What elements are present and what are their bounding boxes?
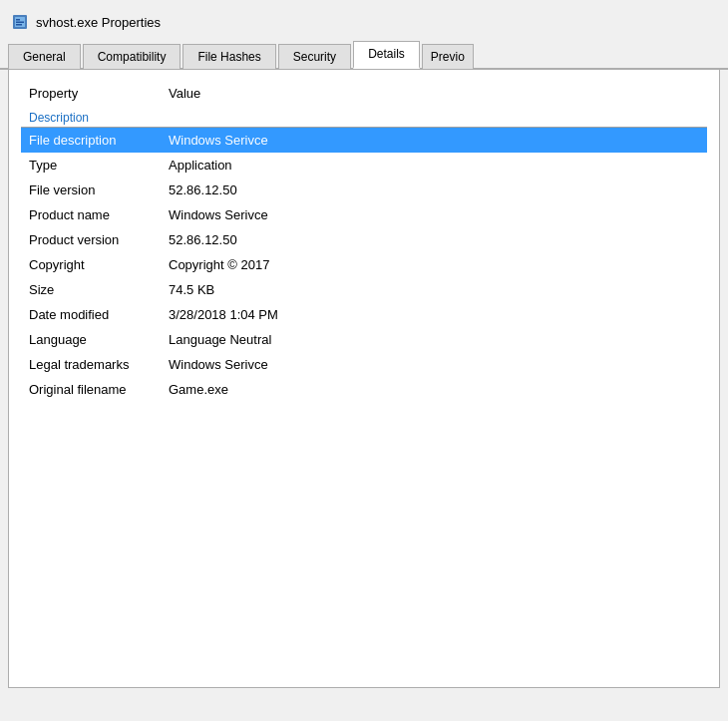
property-size: Size [21, 277, 161, 302]
window-title: svhost.exe Properties [36, 15, 161, 30]
table-row[interactable]: Date modified 3/28/2018 1:04 PM [21, 302, 707, 327]
header-value: Value [161, 82, 707, 107]
value-file-description: Windows Serivce [161, 128, 707, 154]
table-row[interactable]: Copyright Copyright © 2017 [21, 252, 707, 277]
table-row[interactable]: Type Application [21, 153, 707, 178]
tab-details[interactable]: Details [353, 41, 420, 69]
value-type: Application [161, 153, 707, 178]
title-bar: svhost.exe Properties [0, 8, 728, 40]
section-label: Description [21, 107, 707, 128]
property-product-name: Product name [21, 202, 161, 227]
table-row[interactable]: Language Language Neutral [21, 327, 707, 352]
tab-previous[interactable]: Previo [422, 44, 474, 69]
value-date-modified: 3/28/2018 1:04 PM [161, 302, 707, 327]
file-icon [12, 14, 28, 30]
section-description: Description [21, 107, 707, 128]
table-row[interactable]: Original filename Game.exe [21, 377, 707, 402]
value-original-filename: Game.exe [161, 377, 707, 402]
tab-security[interactable]: Security [278, 44, 351, 69]
table-row[interactable]: File description Windows Serivce [21, 128, 707, 154]
properties-table: Property Value Description File descript… [21, 82, 707, 402]
content-area: Property Value Description File descript… [8, 70, 720, 688]
tab-file-hashes[interactable]: File Hashes [182, 44, 275, 69]
table-row[interactable]: Legal trademarks Windows Serivce [21, 352, 707, 377]
property-language: Language [21, 327, 161, 352]
table-row[interactable]: Size 74.5 KB [21, 277, 707, 302]
svg-rect-4 [16, 24, 22, 26]
svg-rect-2 [16, 19, 20, 21]
property-type: Type [21, 153, 161, 178]
property-legal-trademarks: Legal trademarks [21, 352, 161, 377]
property-file-version: File version [21, 178, 161, 202]
table-row[interactable]: Product name Windows Serivce [21, 202, 707, 227]
value-legal-trademarks: Windows Serivce [161, 352, 707, 377]
property-file-description: File description [21, 128, 161, 154]
value-product-name: Windows Serivce [161, 202, 707, 227]
value-language: Language Neutral [161, 327, 707, 352]
table-header: Property Value [21, 82, 707, 107]
svg-rect-3 [16, 22, 24, 24]
tabs-bar: General Compatibility File Hashes Securi… [0, 40, 728, 70]
window: svhost.exe Properties General Compatibil… [0, 0, 728, 721]
tab-compatibility[interactable]: Compatibility [83, 44, 182, 69]
table-row[interactable]: Product version 52.86.12.50 [21, 227, 707, 252]
value-product-version: 52.86.12.50 [161, 227, 707, 252]
value-file-version: 52.86.12.50 [161, 178, 707, 202]
table-row[interactable]: File version 52.86.12.50 [21, 178, 707, 202]
tab-general[interactable]: General [8, 44, 81, 69]
property-copyright: Copyright [21, 252, 161, 277]
property-date-modified: Date modified [21, 302, 161, 327]
value-copyright: Copyright © 2017 [161, 252, 707, 277]
header-property: Property [21, 82, 161, 107]
value-size: 74.5 KB [161, 277, 707, 302]
property-product-version: Product version [21, 227, 161, 252]
property-original-filename: Original filename [21, 377, 161, 402]
